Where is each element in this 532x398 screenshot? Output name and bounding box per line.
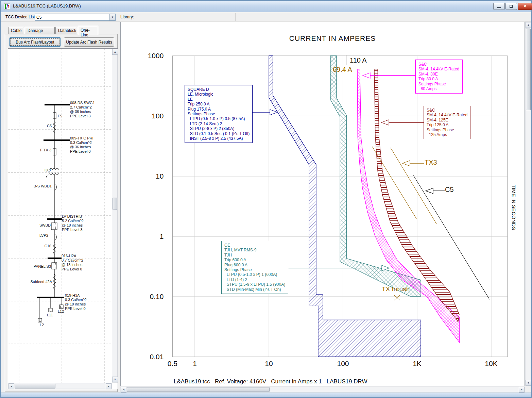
restore-icon [510,5,513,8]
window-bottom-border [1,393,531,397]
svg-text:L2: L2 [40,323,44,327]
main-hscroll-thumb[interactable] [127,387,270,392]
minimize-icon [497,7,501,8]
oneline-device-lvp2[interactable]: LVP2 [39,233,57,240]
y-axis-tick-label: 0.01 [150,353,164,361]
oneline-device-l12[interactable]: L12 [58,297,64,313]
device-box-sc-125e[interactable]: S&CSM-4, 14.4kV E-RatedSM-4, 125ETrip 12… [424,106,470,139]
library-label: Library: [120,15,134,19]
svg-text:C5: C5 [47,124,52,128]
minimize-button[interactable] [493,3,505,10]
scroll-down-icon[interactable]: ▼ [112,377,118,382]
chart-footer: L&ABus19.tcc Ref. Voltage: 4160V Current… [174,378,367,385]
oneline-vscrollbar[interactable]: ▲ ▼ [112,49,118,383]
oneline-vscroll-thumb[interactable] [113,198,117,210]
main-vscrollbar[interactable]: ▲ ▼ [525,22,531,386]
device-box-ge[interactable]: GETJH, MVT RMS-9TJHTrip 600.0 APlug 600.… [221,241,288,294]
svg-text:PPE Level 3: PPE Level 3 [62,228,83,232]
scroll-left-icon[interactable]: ◄ [121,387,126,393]
scroll-right-icon[interactable]: ► [106,383,111,389]
one-line-canvas[interactable]: 008-DS SWG1 2.7 Cal/cm^2 @ 36 inches PPE… [8,48,118,389]
device-box-square-d[interactable]: SQUARE DLE, MicrologicLETrip 250.0 APlug… [185,85,253,143]
oneline-device-ftx3[interactable]: F TX 3 [40,148,56,155]
x-axis-tick-label: 10 [265,360,273,367]
svg-text:@ 18 inches: @ 18 inches [65,302,86,306]
leader-c5-arrowhead-icon [426,188,433,194]
y-axis-tick-label: 1 [160,232,164,240]
oneline-hscroll-thumb[interactable] [15,384,55,388]
y-axis-tick-label: 100 [152,112,164,120]
label-110a[interactable]: 110 A [350,56,367,64]
tab-damage-curve[interactable]: Damage Curve [25,27,55,34]
scroll-up-icon[interactable]: ▲ [112,49,118,55]
window-title: L&ABUS19.TCC (LABUS19.DRW) [13,3,81,9]
svg-text:0.7 Cal/cm^2: 0.7 Cal/cm^2 [62,258,83,262]
tab-cable[interactable]: Cable [8,27,24,34]
close-button[interactable]: ✕ [518,3,532,10]
svg-text:C16: C16 [45,244,51,248]
toolbar-separator [235,13,236,21]
y-axis-tick-label: 10 [156,172,164,180]
svg-text:Subfeed #2A: Subfeed #2A [30,280,52,284]
bus-label: @ 36 inches [70,110,91,114]
bus-label: PPE Level 3 [70,114,91,118]
label-tx3[interactable]: TX3 [425,159,437,166]
restore-button[interactable] [505,3,517,10]
window-titlebar: L&ABUS19.TCC (LABUS19.DRW) ✕ [1,1,531,12]
toolbar: TCC Device List: C5 ▼ Library: [1,13,531,22]
scroll-down-icon[interactable]: ▼ [526,380,531,386]
svg-text:PPE Level 0: PPE Level 0 [65,306,86,311]
oneline-device-l11[interactable]: L11 [47,297,53,317]
oneline-device-subfeed2a[interactable]: Subfeed #2A [30,274,56,289]
scroll-right-icon[interactable]: ► [519,387,525,393]
oneline-hscrollbar[interactable]: ◄ ► [8,383,112,389]
svg-text:L11: L11 [47,313,53,317]
oneline-device-bswbd1[interactable]: B-S WBD1 [34,184,57,190]
x-axis-tick-label: 10K [485,360,497,367]
main-vscroll-thumb[interactable] [526,29,531,110]
scroll-left-icon[interactable]: ◄ [8,383,14,389]
main-hscrollbar[interactable]: ◄ ► [120,386,525,392]
time-axis-title: TIME IN SECONDS [511,185,517,256]
oneline-device-panels3[interactable]: PANEL S3 [34,263,57,269]
svg-text:B-S WBD1: B-S WBD1 [34,184,52,188]
leader-sc80-arrowhead-icon [363,73,370,78]
label-tx-inrush[interactable]: TX Inrush [382,285,410,293]
close-icon: ✕ [523,4,526,9]
svg-text:PANEL S3: PANEL S3 [34,264,51,268]
device-box-sc-80e[interactable]: S&CSM-4, 14.4kV E-RatedSM-4, 80ETrip 80.… [415,60,463,94]
svg-text:019-H3A: 019-H3A [65,293,80,297]
tx3-damage-1[interactable] [372,147,416,219]
label-69-4a[interactable]: 69.4 A [333,66,352,73]
svg-text:LV DISTRIB: LV DISTRIB [62,214,82,218]
svg-text:F TX 3: F TX 3 [40,148,51,152]
leader-tx3-arrowhead-icon [402,161,410,166]
bus-arc-flash-layout-button[interactable]: Bus Arc Flash/Layout [9,37,61,47]
svg-text:TX3: TX3 [44,168,51,172]
combobox-value: C5 [36,15,41,20]
svg-text:@ 18 inches: @ 18 inches [62,223,83,227]
tx-inrush-point[interactable] [394,295,400,300]
y-axis-tick-label: 0.10 [150,293,164,300]
label-c5[interactable]: C5 [445,186,454,194]
oneline-device-c16[interactable]: C16 [45,243,56,254]
tcc-device-list-label: TCC Device List: [5,15,36,19]
one-line-tab-page: Bus Arc Flash/Layout Update Arc Flash Re… [5,34,118,392]
tab-datablock[interactable]: Datablock [55,27,77,34]
tab-one-line[interactable]: One-Line [78,26,98,35]
oneline-device-l2[interactable]: L2 [38,297,44,327]
update-arc-flash-results-button[interactable]: Update Arc Flash Results [64,37,114,47]
c5-damage[interactable] [413,176,490,299]
oneline-device-swbd[interactable]: SWBD [39,223,57,230]
leader-sc125-arrowhead-icon [381,120,389,125]
oneline-device-f5[interactable]: F5 [53,113,62,119]
tcc-device-list-combobox[interactable]: C5 ▼ [35,14,116,21]
y-axis-tick-label: 1000 [148,52,164,60]
scroll-up-icon[interactable]: ▲ [526,22,531,28]
chevron-down-icon[interactable]: ▼ [109,14,115,20]
svg-text:LVP2: LVP2 [39,233,48,237]
x-axis-tick-label: 1 [193,360,197,367]
one-line-diagram: 008-DS SWG1 2.7 Cal/cm^2 @ 36 inches PPE… [8,49,111,383]
svg-text:0.3 Cal/cm^2: 0.3 Cal/cm^2 [70,140,92,145]
svg-text:@ 18 inches: @ 18 inches [62,263,83,267]
